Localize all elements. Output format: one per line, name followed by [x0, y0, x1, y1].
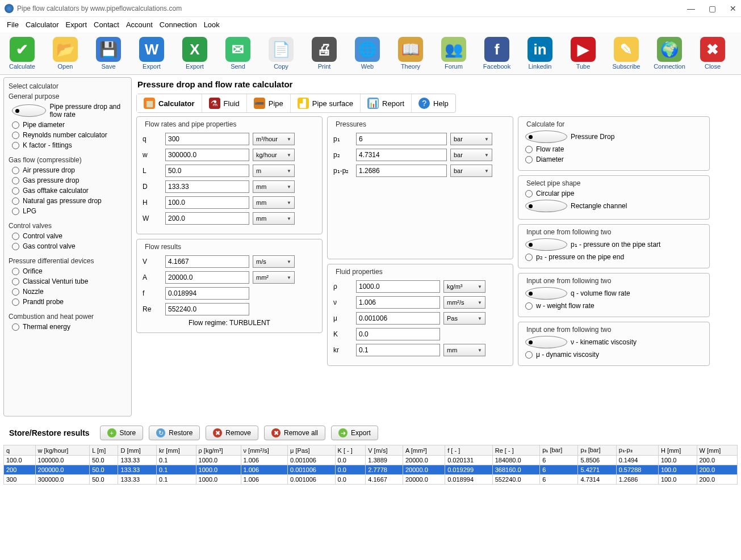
- col-header[interactable]: kr [mm]: [157, 445, 196, 456]
- unit-D[interactable]: mm▼: [253, 180, 295, 193]
- unit-nu[interactable]: mm²/s▼: [443, 296, 485, 309]
- col-header[interactable]: ρ [kg/m³]: [196, 445, 241, 456]
- col-header[interactable]: w [kg/hour]: [35, 445, 90, 456]
- sidebar-item[interactable]: LPG: [9, 206, 127, 216]
- button-remove[interactable]: ✖Remove: [206, 426, 258, 440]
- tool-export-word[interactable]: WExport: [135, 37, 168, 70]
- input-L[interactable]: [165, 165, 249, 177]
- tab-calculator[interactable]: ▦Calculator: [137, 94, 202, 112]
- input-Re[interactable]: [165, 303, 249, 315]
- tab-pipe[interactable]: ➖Pipe: [247, 94, 291, 112]
- input-w[interactable]: [165, 149, 249, 161]
- option-item[interactable]: p₁ - pressure on the pipe start: [524, 237, 704, 252]
- col-header[interactable]: W [mm]: [697, 445, 738, 456]
- unit-kr[interactable]: mm▼: [443, 344, 485, 356]
- input-V[interactable]: [165, 255, 249, 268]
- input-D[interactable]: [165, 180, 249, 193]
- option-item[interactable]: Rectangle channel: [524, 199, 704, 213]
- button-restore[interactable]: ↻Restore: [149, 426, 200, 440]
- input-dp[interactable]: [356, 165, 447, 177]
- button-remove-all[interactable]: ✖Remove all: [264, 426, 325, 440]
- col-header[interactable]: Re [ - ]: [492, 445, 540, 456]
- tool-tube[interactable]: ▶Tube: [567, 37, 600, 70]
- col-header[interactable]: f [ - ]: [445, 445, 493, 456]
- col-header[interactable]: A [mm²]: [403, 445, 445, 456]
- tool-web[interactable]: 🌐Web: [351, 37, 384, 70]
- menu-look[interactable]: Look: [202, 19, 222, 30]
- menu-calculator[interactable]: Calculator: [23, 19, 61, 30]
- option-item[interactable]: Pressure Drop: [524, 129, 704, 144]
- button-store[interactable]: +Store: [100, 426, 144, 440]
- unit-L[interactable]: m▼: [253, 165, 295, 177]
- sidebar-item[interactable]: Orifice: [9, 266, 127, 276]
- tool-subscribe[interactable]: ✎Subscribe: [610, 37, 643, 70]
- col-header[interactable]: p₁ [bar]: [540, 445, 578, 456]
- maximize-button[interactable]: ▢: [709, 4, 716, 13]
- input-q[interactable]: [165, 133, 249, 145]
- sidebar-item[interactable]: Classical Venturi tube: [9, 276, 127, 287]
- sidebar-item[interactable]: Prandtl probe: [9, 297, 127, 307]
- unit-V[interactable]: m/s▼: [253, 255, 295, 268]
- col-header[interactable]: q: [4, 445, 36, 456]
- col-header[interactable]: p₂ [bar]: [578, 445, 616, 456]
- input-mu[interactable]: [356, 312, 440, 325]
- input-f[interactable]: [165, 287, 249, 300]
- unit-dp[interactable]: bar▼: [450, 165, 492, 177]
- input-K[interactable]: [356, 328, 440, 340]
- menu-export[interactable]: Export: [63, 19, 89, 30]
- close-button[interactable]: ✕: [730, 4, 736, 13]
- sidebar-item[interactable]: Thermal energy: [9, 322, 127, 332]
- unit-W[interactable]: mm▼: [253, 212, 295, 225]
- sidebar-item[interactable]: Natural gas pressure drop: [9, 196, 127, 206]
- option-item[interactable]: Circular pipe: [524, 188, 704, 199]
- tool-facebook[interactable]: fFacebook: [480, 37, 513, 70]
- unit-A[interactable]: mm²▼: [253, 271, 295, 284]
- input-rho[interactable]: [356, 280, 440, 293]
- input-A[interactable]: [165, 271, 249, 284]
- tool-send[interactable]: ✉Send: [221, 37, 254, 70]
- sidebar-item[interactable]: K factor - fittings: [9, 140, 127, 150]
- minimize-button[interactable]: —: [687, 4, 695, 13]
- tool-linkedin[interactable]: inLinkedin: [524, 37, 556, 70]
- sidebar-item[interactable]: Gas control valve: [9, 241, 127, 251]
- sidebar-item[interactable]: Gas pressure drop: [9, 175, 127, 186]
- tool-connection[interactable]: 🌍Connection: [653, 37, 686, 70]
- sidebar-item[interactable]: Control valve: [9, 231, 127, 241]
- option-item[interactable]: q - volume flow rate: [524, 286, 704, 301]
- tool-forum[interactable]: 👥Forum: [437, 37, 470, 70]
- col-header[interactable]: p₁-p₂: [616, 445, 658, 456]
- input-W[interactable]: [165, 212, 249, 225]
- input-p1[interactable]: [356, 133, 447, 145]
- option-item[interactable]: Flow rate: [524, 144, 704, 154]
- col-header[interactable]: ν [mm²/s]: [241, 445, 287, 456]
- col-header[interactable]: H [mm]: [658, 445, 697, 456]
- option-item[interactable]: p₂ - pressure on the pipe end: [524, 252, 704, 262]
- input-nu[interactable]: [356, 296, 440, 309]
- menu-connection[interactable]: Connection: [157, 19, 199, 30]
- sidebar-item[interactable]: Pipe diameter: [9, 120, 127, 130]
- tool-close[interactable]: ✖Close: [696, 37, 729, 70]
- table-row[interactable]: 100.0100000.050.0133.330.11000.01.0060.0…: [4, 456, 738, 465]
- col-header[interactable]: μ [Pas]: [288, 445, 336, 456]
- option-item[interactable]: w - weight flow rate: [524, 301, 704, 311]
- sidebar-item[interactable]: Air pressure drop: [9, 165, 127, 175]
- menu-account[interactable]: Account: [124, 19, 155, 30]
- menu-contact[interactable]: Contact: [91, 19, 122, 30]
- col-header[interactable]: V [m/s]: [366, 445, 403, 456]
- unit-w[interactable]: kg/hour▼: [253, 149, 295, 161]
- col-header[interactable]: K [ - ]: [335, 445, 366, 456]
- tab-report[interactable]: 📊Report: [361, 94, 412, 112]
- tool-export-excel[interactable]: XExport: [178, 37, 211, 70]
- input-kr[interactable]: [356, 344, 440, 356]
- option-item[interactable]: μ - dynamic viscosity: [524, 350, 704, 360]
- unit-H[interactable]: mm▼: [253, 196, 295, 209]
- unit-rho[interactable]: kg/m³▼: [443, 280, 485, 293]
- tool-print[interactable]: 🖨Print: [308, 37, 341, 70]
- input-p2[interactable]: [356, 149, 447, 161]
- tool-save[interactable]: 💾Save: [92, 37, 125, 70]
- col-header[interactable]: D [mm]: [118, 445, 157, 456]
- menu-file[interactable]: File: [5, 19, 21, 30]
- tab-help[interactable]: ?Help: [412, 94, 455, 112]
- tool-calculate[interactable]: ✔Calculate: [6, 37, 39, 70]
- table-row[interactable]: 300300000.050.0133.330.11000.01.0060.001…: [4, 475, 738, 485]
